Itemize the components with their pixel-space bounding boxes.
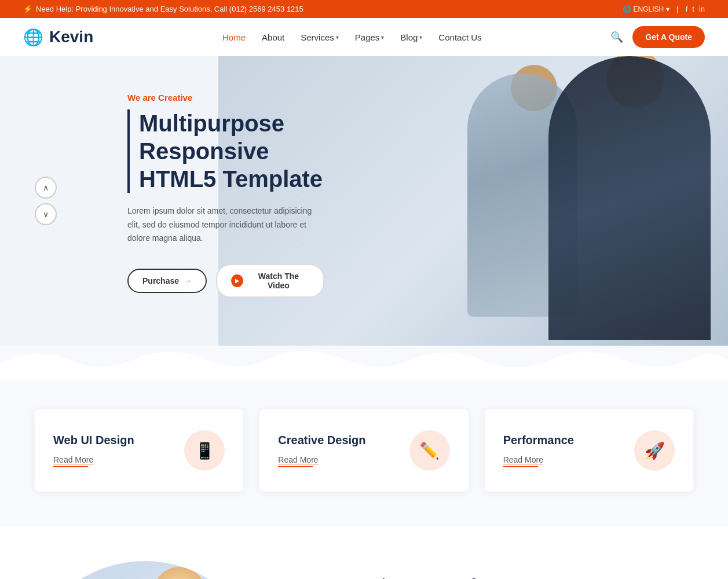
read-more-3[interactable]: Read More [503, 455, 543, 464]
read-more-wrap-1: Read More [53, 455, 175, 467]
service-card-content-3: Performance Read More [503, 434, 625, 467]
cloud-wave [0, 346, 728, 380]
chevron-down-icon: ∨ [43, 210, 49, 219]
blog-dropdown-arrow: ▾ [419, 34, 422, 41]
purchase-arrow: → [184, 276, 192, 285]
underline-2 [278, 466, 313, 467]
hero-section: ∧ ∨ We are Creative Multipurpose Respons… [0, 56, 728, 346]
logo-icon: 🌐 [23, 28, 43, 47]
social-icons: f t in [686, 5, 705, 13]
purchase-label: Purchase [142, 276, 179, 285]
wave-svg [0, 346, 728, 380]
flash-icon: ⚡ [23, 5, 32, 13]
service-card-creative: Creative Design Read More ✏️ [259, 409, 468, 492]
hero-title: Multipurpose Responsive HTML5 Template [127, 109, 324, 193]
watch-video-button[interactable]: ▶ Watch The Video [216, 264, 324, 298]
read-more-wrap-3: Read More [503, 455, 625, 467]
about-image-wrap [35, 561, 278, 579]
about-heading: We are best Development Company [313, 573, 693, 579]
slide-up-button[interactable]: ∧ [35, 177, 57, 199]
instagram-icon[interactable]: in [699, 5, 705, 13]
divider: | [676, 5, 678, 13]
service-title-1: Web UI Design [53, 434, 175, 447]
help-text: Need Help: Providing Innovative and Easy… [36, 5, 303, 13]
service-card-performance: Performance Read More 🚀 [485, 409, 693, 492]
purchase-button[interactable]: Purchase → [127, 269, 207, 293]
service-icon-wrap-2: ✏️ [409, 430, 450, 471]
about-circle [35, 561, 255, 579]
services-grid: Web UI Design Read More 📱 Creative Desig… [35, 409, 693, 492]
chevron-up-icon: ∧ [43, 183, 49, 192]
mobile-icon: 📱 [195, 441, 215, 460]
hero-buttons: Purchase → ▶ Watch The Video [127, 264, 324, 298]
service-icon-wrap-1: 📱 [184, 430, 225, 471]
nav-pages[interactable]: Pages ▾ [355, 32, 385, 42]
services-section: Web UI Design Read More 📱 Creative Desig… [0, 380, 728, 526]
hero-people-overlay [276, 56, 728, 346]
top-bar-left: ⚡ Need Help: Providing Innovative and Ea… [23, 5, 303, 13]
underline-1 [53, 466, 88, 467]
service-card-web-ui: Web UI Design Read More 📱 [35, 409, 243, 492]
person-2-body [548, 56, 711, 340]
slide-down-button[interactable]: ∨ [35, 203, 57, 225]
service-card-content-2: Creative Design Read More [278, 434, 400, 467]
about-heading-bold: Development [424, 574, 548, 579]
about-section: We are best Development Company Multipur… [0, 526, 728, 579]
pages-dropdown-arrow: ▾ [381, 34, 384, 41]
header-right: 🔍 Get A Quote [610, 26, 705, 48]
language-selector[interactable]: 🌐 ENGLISH ▾ [623, 5, 670, 13]
service-icon-wrap-3: 🚀 [634, 430, 675, 471]
header: 🌐 Kevin Home About Services ▾ Pages ▾ Bl… [0, 18, 728, 56]
facebook-icon[interactable]: f [686, 5, 688, 13]
about-heading-pre: We are best [313, 574, 419, 579]
nav-blog[interactable]: Blog ▾ [400, 32, 422, 42]
get-quote-button[interactable]: Get A Quote [632, 26, 705, 48]
hero-description: Lorem ipsum dolor sit amet, consectetur … [127, 204, 324, 245]
nav-about[interactable]: About [262, 32, 284, 42]
twitter-icon[interactable]: t [692, 5, 694, 13]
logo-text: Kevin [49, 28, 93, 46]
service-title-3: Performance [503, 434, 625, 447]
main-nav: Home About Services ▾ Pages ▾ Blog ▾ Con… [222, 32, 482, 42]
top-bar-right: 🌐 ENGLISH ▾ | f t in [623, 5, 705, 13]
about-heading-post: Company [553, 574, 638, 579]
about-content: We are best Development Company Multipur… [313, 561, 693, 579]
nav-services[interactable]: Services ▾ [301, 32, 339, 42]
search-icon[interactable]: 🔍 [610, 31, 623, 43]
watch-label: Watch The Video [248, 272, 309, 290]
logo: 🌐 Kevin [23, 28, 93, 47]
read-more-wrap-2: Read More [278, 455, 400, 467]
lang-label: ENGLISH [634, 5, 664, 13]
service-card-content-1: Web UI Design Read More [53, 434, 175, 467]
nav-contact[interactable]: Contact Us [438, 32, 481, 42]
pencil-icon: ✏️ [419, 441, 440, 460]
services-dropdown-arrow: ▾ [336, 34, 339, 41]
slide-navigation: ∧ ∨ [35, 177, 57, 225]
nav-home[interactable]: Home [222, 32, 246, 42]
lang-arrow: ▾ [666, 5, 670, 13]
globe-icon: 🌐 [623, 5, 631, 13]
top-bar: ⚡ Need Help: Providing Innovative and Ea… [0, 0, 728, 18]
hero-subtitle: We are Creative [127, 93, 324, 102]
service-title-2: Creative Design [278, 434, 400, 447]
read-more-2[interactable]: Read More [278, 455, 318, 464]
main-person-head [153, 567, 206, 579]
play-icon: ▶ [231, 274, 243, 287]
read-more-1[interactable]: Read More [53, 455, 93, 464]
rocket-icon: 🚀 [645, 441, 665, 460]
underline-3 [503, 466, 538, 467]
